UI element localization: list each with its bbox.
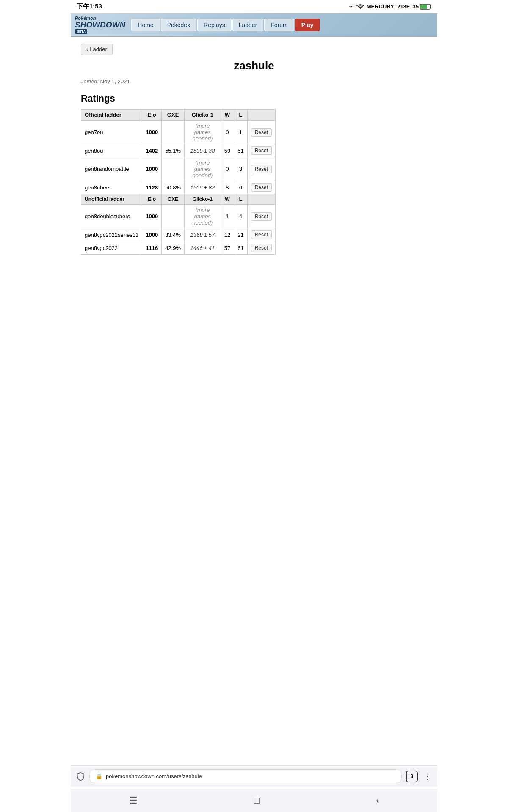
row-w: 8	[221, 181, 234, 194]
col-glicko: Glicko-1	[185, 110, 221, 121]
battery-level: 35	[413, 3, 431, 10]
table-row: gen8randombattle 1000 (more games needed…	[81, 157, 276, 181]
table-row: gen8ou 1402 55.1% 1539 ± 38 59 51 Reset	[81, 144, 276, 157]
reset-button[interactable]: Reset	[251, 230, 272, 239]
main-content: ‹ Ladder zashule Joined: Nov 1, 2021 Rat…	[71, 37, 437, 261]
network-name: MERCURY_213E	[367, 3, 410, 10]
row-w: 0	[221, 121, 234, 144]
reset-button[interactable]: Reset	[251, 244, 272, 252]
row-glicko: 1368 ± 57	[185, 228, 221, 241]
nav-forum[interactable]: Forum	[264, 19, 294, 31]
row-l: 6	[234, 181, 247, 194]
table-row: gen8ubers 1128 50.8% 1506 ± 82 8 6 Reset	[81, 181, 276, 194]
row-glicko: (more games needed)	[185, 205, 221, 228]
page-title: zashule	[81, 59, 427, 72]
row-glicko: 1539 ± 38	[185, 144, 221, 157]
row-glicko: (more games needed)	[185, 157, 221, 181]
row-ladder: gen8ou	[81, 144, 142, 157]
row-reset[interactable]: Reset	[247, 144, 275, 157]
nav-pokedex[interactable]: Pokédex	[161, 19, 196, 31]
row-elo: 1000	[142, 205, 162, 228]
network-dots: ···	[349, 3, 354, 10]
row-elo: 1116	[142, 241, 162, 255]
row-l: 4	[234, 205, 247, 228]
row-glicko: 1446 ± 41	[185, 241, 221, 255]
row-gxe: 55.1%	[162, 144, 185, 157]
navbar: Pokémon SHOWDOWN BETA Home Pokédex Repla…	[71, 13, 437, 37]
row-elo: 1000	[142, 228, 162, 241]
row-reset[interactable]: Reset	[247, 241, 275, 255]
row-glicko: (more games needed)	[185, 121, 221, 144]
row-gxe: 33.4%	[162, 228, 185, 241]
back-label: Ladder	[90, 46, 107, 52]
nav-ladder[interactable]: Ladder	[232, 19, 264, 31]
col-elo: Elo	[142, 110, 162, 121]
nav-play[interactable]: Play	[295, 19, 320, 31]
row-w: 57	[221, 241, 234, 255]
row-ladder: gen8doublesubers	[81, 205, 142, 228]
row-reset[interactable]: Reset	[247, 205, 275, 228]
unofficial-label: Unofficial ladder	[81, 194, 142, 205]
status-bar-right: ··· MERCURY_213E 35	[349, 3, 431, 10]
table-header-row: Official ladder Elo GXE Glicko-1 W L	[81, 110, 276, 121]
reset-button[interactable]: Reset	[251, 146, 272, 155]
row-ladder: gen8vgc2022	[81, 241, 142, 255]
row-gxe	[162, 205, 185, 228]
wifi-icon	[356, 4, 364, 10]
status-bar: 下午1:53 ··· MERCURY_213E 35	[71, 0, 437, 13]
logo[interactable]: Pokémon SHOWDOWN BETA	[75, 16, 125, 34]
reset-button[interactable]: Reset	[251, 165, 272, 173]
col-action	[247, 110, 275, 121]
back-button[interactable]: ‹ Ladder	[81, 44, 113, 55]
unofficial-section-header: Unofficial ladder Elo GXE Glicko-1 W L	[81, 194, 276, 205]
row-w: 59	[221, 144, 234, 157]
row-gxe	[162, 121, 185, 144]
row-ladder: gen8vgc2021series11	[81, 228, 142, 241]
beta-badge: BETA	[75, 29, 87, 34]
reset-button[interactable]: Reset	[251, 183, 272, 192]
row-w: 0	[221, 157, 234, 181]
row-l: 21	[234, 228, 247, 241]
row-l: 51	[234, 144, 247, 157]
table-row: gen7ou 1000 (more games needed) 0 1 Rese…	[81, 121, 276, 144]
row-ladder: gen8ubers	[81, 181, 142, 194]
back-chevron: ‹	[86, 46, 88, 52]
row-l: 3	[234, 157, 247, 181]
nav-links: Home Pokédex Replays Ladder Forum Play	[131, 19, 320, 31]
ratings-table: Official ladder Elo GXE Glicko-1 W L gen…	[81, 109, 276, 255]
logo-showdown: SHOWDOWN	[75, 21, 125, 29]
ratings-heading: Ratings	[81, 93, 427, 104]
battery-icon	[420, 4, 431, 10]
row-elo: 1000	[142, 121, 162, 144]
row-reset[interactable]: Reset	[247, 157, 275, 181]
status-time: 下午1:53	[77, 3, 102, 11]
row-glicko: 1506 ± 82	[185, 181, 221, 194]
row-reset[interactable]: Reset	[247, 181, 275, 194]
row-ladder: gen7ou	[81, 121, 142, 144]
svg-rect-1	[430, 5, 431, 8]
table-row: gen8vgc2022 1116 42.9% 1446 ± 41 57 61 R…	[81, 241, 276, 255]
row-w: 12	[221, 228, 234, 241]
reset-button[interactable]: Reset	[251, 128, 272, 137]
row-elo: 1000	[142, 157, 162, 181]
row-gxe: 50.8%	[162, 181, 185, 194]
row-l: 1	[234, 121, 247, 144]
svg-rect-2	[420, 5, 427, 9]
col-l: L	[234, 110, 247, 121]
table-row: gen8vgc2021series11 1000 33.4% 1368 ± 57…	[81, 228, 276, 241]
nav-home[interactable]: Home	[131, 19, 160, 31]
table-row: gen8doublesubers 1000 (more games needed…	[81, 205, 276, 228]
row-reset[interactable]: Reset	[247, 228, 275, 241]
col-gxe: GXE	[162, 110, 185, 121]
reset-button[interactable]: Reset	[251, 212, 272, 221]
col-w: W	[221, 110, 234, 121]
row-gxe: 42.9%	[162, 241, 185, 255]
row-w: 1	[221, 205, 234, 228]
row-reset[interactable]: Reset	[247, 121, 275, 144]
nav-replays[interactable]: Replays	[197, 19, 232, 31]
row-l: 61	[234, 241, 247, 255]
joined-info: Joined: Nov 1, 2021	[81, 78, 427, 85]
joined-label: Joined:	[81, 78, 99, 85]
row-elo: 1402	[142, 144, 162, 157]
row-ladder: gen8randombattle	[81, 157, 142, 181]
